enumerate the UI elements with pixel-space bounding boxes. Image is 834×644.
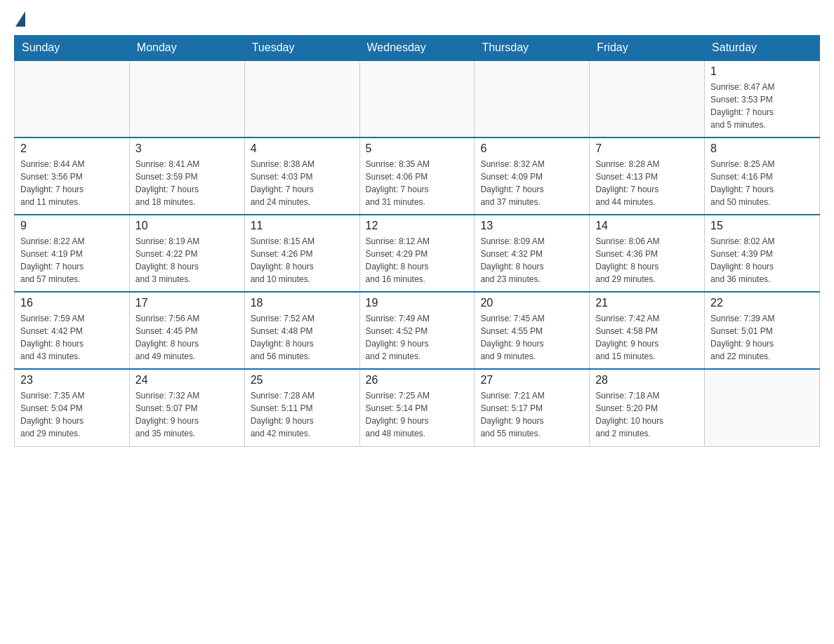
calendar-cell	[590, 60, 705, 137]
calendar-cell: 26Sunrise: 7:25 AM Sunset: 5:14 PM Dayli…	[359, 369, 475, 446]
weekday-header-tuesday: Tuesday	[244, 36, 359, 61]
day-info: Sunrise: 7:49 AM Sunset: 4:52 PM Dayligh…	[366, 312, 469, 363]
calendar-cell: 6Sunrise: 8:32 AM Sunset: 4:09 PM Daylig…	[475, 137, 590, 215]
calendar-cell: 5Sunrise: 8:35 AM Sunset: 4:06 PM Daylig…	[359, 137, 475, 215]
calendar-cell: 9Sunrise: 8:22 AM Sunset: 4:19 PM Daylig…	[15, 215, 130, 292]
day-number: 13	[480, 220, 583, 232]
day-number: 26	[366, 374, 469, 387]
calendar-cell: 16Sunrise: 7:59 AM Sunset: 4:42 PM Dayli…	[15, 292, 130, 369]
calendar-cell: 15Sunrise: 8:02 AM Sunset: 4:39 PM Dayli…	[705, 215, 820, 292]
day-info: Sunrise: 7:56 AM Sunset: 4:45 PM Dayligh…	[135, 312, 239, 363]
day-number: 21	[595, 297, 699, 309]
day-number: 20	[480, 297, 583, 309]
week-row-3: 9Sunrise: 8:22 AM Sunset: 4:19 PM Daylig…	[15, 215, 820, 292]
day-info: Sunrise: 7:21 AM Sunset: 5:17 PM Dayligh…	[480, 389, 583, 440]
calendar-cell	[244, 60, 359, 137]
day-info: Sunrise: 8:22 AM Sunset: 4:19 PM Dayligh…	[20, 235, 124, 286]
calendar-cell: 10Sunrise: 8:19 AM Sunset: 4:22 PM Dayli…	[129, 215, 244, 292]
day-info: Sunrise: 8:41 AM Sunset: 3:59 PM Dayligh…	[135, 158, 239, 208]
calendar-cell: 1Sunrise: 8:47 AM Sunset: 3:53 PM Daylig…	[705, 60, 820, 137]
day-number: 9	[20, 220, 124, 232]
day-number: 24	[135, 374, 239, 387]
day-number: 25	[251, 374, 354, 387]
day-info: Sunrise: 8:15 AM Sunset: 4:26 PM Dayligh…	[251, 235, 354, 286]
calendar-cell: 28Sunrise: 7:18 AM Sunset: 5:20 PM Dayli…	[590, 369, 705, 446]
day-info: Sunrise: 7:59 AM Sunset: 4:42 PM Dayligh…	[20, 312, 124, 363]
calendar-cell: 4Sunrise: 8:38 AM Sunset: 4:03 PM Daylig…	[244, 137, 359, 215]
day-number: 14	[595, 220, 699, 232]
day-number: 15	[710, 220, 814, 232]
day-info: Sunrise: 7:45 AM Sunset: 4:55 PM Dayligh…	[480, 312, 583, 363]
day-info: Sunrise: 7:39 AM Sunset: 5:01 PM Dayligh…	[710, 312, 814, 363]
day-number: 22	[710, 297, 814, 309]
day-info: Sunrise: 8:09 AM Sunset: 4:32 PM Dayligh…	[480, 235, 583, 286]
day-number: 5	[366, 142, 469, 155]
day-info: Sunrise: 8:02 AM Sunset: 4:39 PM Dayligh…	[710, 235, 814, 286]
day-number: 6	[480, 142, 583, 155]
calendar-table: SundayMondayTuesdayWednesdayThursdayFrid…	[14, 35, 820, 447]
day-info: Sunrise: 7:28 AM Sunset: 5:11 PM Dayligh…	[251, 389, 354, 440]
day-number: 2	[20, 142, 124, 155]
day-info: Sunrise: 7:42 AM Sunset: 4:58 PM Dayligh…	[595, 312, 699, 363]
day-info: Sunrise: 8:47 AM Sunset: 3:53 PM Dayligh…	[710, 81, 814, 131]
day-info: Sunrise: 8:44 AM Sunset: 3:56 PM Dayligh…	[20, 158, 124, 208]
calendar-cell: 7Sunrise: 8:28 AM Sunset: 4:13 PM Daylig…	[590, 137, 705, 215]
weekday-header-friday: Friday	[590, 36, 705, 61]
week-row-2: 2Sunrise: 8:44 AM Sunset: 3:56 PM Daylig…	[15, 137, 820, 215]
weekday-header-thursday: Thursday	[475, 36, 590, 61]
weekday-header-saturday: Saturday	[705, 36, 820, 61]
calendar-cell: 21Sunrise: 7:42 AM Sunset: 4:58 PM Dayli…	[590, 292, 705, 369]
day-info: Sunrise: 8:35 AM Sunset: 4:06 PM Dayligh…	[366, 158, 469, 208]
logo	[14, 14, 25, 21]
day-number: 28	[595, 374, 699, 387]
day-info: Sunrise: 7:32 AM Sunset: 5:07 PM Dayligh…	[135, 389, 239, 440]
day-number: 19	[366, 297, 469, 309]
weekday-header-monday: Monday	[129, 36, 244, 61]
day-info: Sunrise: 8:28 AM Sunset: 4:13 PM Dayligh…	[595, 158, 699, 208]
calendar-cell: 20Sunrise: 7:45 AM Sunset: 4:55 PM Dayli…	[475, 292, 590, 369]
day-info: Sunrise: 7:35 AM Sunset: 5:04 PM Dayligh…	[20, 389, 124, 440]
day-info: Sunrise: 8:12 AM Sunset: 4:29 PM Dayligh…	[366, 235, 469, 286]
calendar-cell: 14Sunrise: 8:06 AM Sunset: 4:36 PM Dayli…	[590, 215, 705, 292]
day-info: Sunrise: 8:19 AM Sunset: 4:22 PM Dayligh…	[135, 235, 239, 286]
calendar-cell: 8Sunrise: 8:25 AM Sunset: 4:16 PM Daylig…	[705, 137, 820, 215]
calendar-cell: 25Sunrise: 7:28 AM Sunset: 5:11 PM Dayli…	[244, 369, 359, 446]
calendar-cell: 18Sunrise: 7:52 AM Sunset: 4:48 PM Dayli…	[244, 292, 359, 369]
day-info: Sunrise: 7:52 AM Sunset: 4:48 PM Dayligh…	[251, 312, 354, 363]
calendar-cell	[475, 60, 590, 137]
week-row-4: 16Sunrise: 7:59 AM Sunset: 4:42 PM Dayli…	[15, 292, 820, 369]
calendar-cell	[359, 60, 475, 137]
calendar-cell: 12Sunrise: 8:12 AM Sunset: 4:29 PM Dayli…	[359, 215, 475, 292]
day-number: 18	[251, 297, 354, 309]
week-row-5: 23Sunrise: 7:35 AM Sunset: 5:04 PM Dayli…	[15, 369, 820, 446]
calendar-cell	[705, 369, 820, 446]
calendar-cell: 22Sunrise: 7:39 AM Sunset: 5:01 PM Dayli…	[705, 292, 820, 369]
day-info: Sunrise: 8:38 AM Sunset: 4:03 PM Dayligh…	[251, 158, 354, 208]
calendar-cell: 27Sunrise: 7:21 AM Sunset: 5:17 PM Dayli…	[475, 369, 590, 446]
calendar-cell: 17Sunrise: 7:56 AM Sunset: 4:45 PM Dayli…	[129, 292, 244, 369]
day-number: 8	[710, 142, 814, 155]
calendar-cell: 13Sunrise: 8:09 AM Sunset: 4:32 PM Dayli…	[475, 215, 590, 292]
calendar-cell	[129, 60, 244, 137]
weekday-header-row: SundayMondayTuesdayWednesdayThursdayFrid…	[15, 36, 820, 61]
day-info: Sunrise: 8:25 AM Sunset: 4:16 PM Dayligh…	[710, 158, 814, 208]
weekday-header-wednesday: Wednesday	[359, 36, 475, 61]
day-number: 16	[20, 297, 124, 309]
day-info: Sunrise: 8:06 AM Sunset: 4:36 PM Dayligh…	[595, 235, 699, 286]
calendar-cell: 24Sunrise: 7:32 AM Sunset: 5:07 PM Dayli…	[129, 369, 244, 446]
day-number: 11	[251, 220, 354, 232]
day-number: 23	[20, 374, 124, 387]
day-number: 12	[366, 220, 469, 232]
week-row-1: 1Sunrise: 8:47 AM Sunset: 3:53 PM Daylig…	[15, 60, 820, 137]
day-number: 27	[480, 374, 583, 387]
day-info: Sunrise: 7:18 AM Sunset: 5:20 PM Dayligh…	[595, 389, 699, 440]
calendar-cell: 23Sunrise: 7:35 AM Sunset: 5:04 PM Dayli…	[15, 369, 130, 446]
calendar-cell: 19Sunrise: 7:49 AM Sunset: 4:52 PM Dayli…	[359, 292, 475, 369]
day-info: Sunrise: 8:32 AM Sunset: 4:09 PM Dayligh…	[480, 158, 583, 208]
logo-triangle-icon	[15, 11, 25, 27]
day-number: 7	[595, 142, 699, 155]
day-number: 17	[135, 297, 239, 309]
weekday-header-sunday: Sunday	[15, 36, 130, 61]
page-header	[14, 14, 820, 21]
day-number: 4	[251, 142, 354, 155]
